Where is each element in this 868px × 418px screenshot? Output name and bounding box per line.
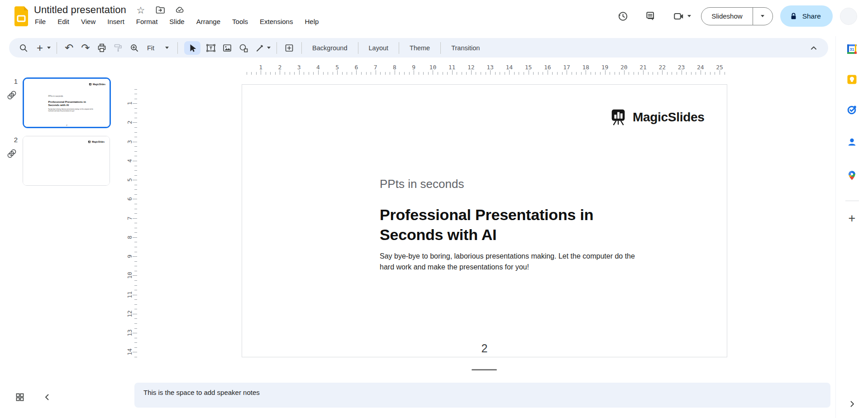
- hide-menus-icon[interactable]: [808, 41, 820, 55]
- comments-icon[interactable]: [645, 10, 657, 22]
- get-add-ons-icon[interactable]: +: [847, 213, 858, 224]
- thumb2-brand: MagicSlides: [88, 140, 105, 144]
- ruler-number: 7: [374, 64, 377, 71]
- slide-2-number: 2: [11, 136, 21, 144]
- google-tasks-icon[interactable]: [847, 104, 858, 115]
- menu-slide[interactable]: Slide: [163, 16, 190, 27]
- grid-view-icon[interactable]: [14, 391, 26, 404]
- toolbar-divider: [177, 42, 178, 54]
- undo-icon[interactable]: ↶: [63, 41, 75, 55]
- print-icon[interactable]: [96, 41, 108, 55]
- google-slides-logo-icon[interactable]: [14, 6, 29, 27]
- ruler-number: 9: [412, 64, 415, 71]
- slide-kicker-text[interactable]: PPts in seconds: [380, 177, 464, 191]
- search-menus-icon[interactable]: [18, 41, 29, 55]
- slide-1-number: 1: [11, 77, 21, 85]
- ruler-number: 1: [126, 101, 133, 105]
- meet-camera-icon[interactable]: [673, 10, 685, 22]
- ruler-number: 19: [601, 64, 609, 71]
- menu-format[interactable]: Format: [130, 16, 164, 27]
- toolbar-divider: [440, 42, 441, 54]
- ruler-number: 15: [525, 64, 532, 71]
- move-folder-icon[interactable]: [155, 5, 165, 15]
- title-row: Untitled presentation ☆: [34, 4, 185, 16]
- insert-placeholder-icon[interactable]: [283, 41, 295, 55]
- ruler-number: 6: [355, 64, 358, 71]
- ruler-number: 7: [126, 216, 133, 220]
- ruler-number: 25: [716, 64, 723, 71]
- slide-thumbnail-1[interactable]: MagicSlides PPts in seconds Professional…: [23, 77, 111, 128]
- select-tool-icon[interactable]: [184, 41, 200, 55]
- insert-line-icon[interactable]: [254, 41, 266, 55]
- menu-tools[interactable]: Tools: [226, 16, 254, 27]
- cloud-saved-icon[interactable]: [175, 5, 185, 15]
- google-keep-icon[interactable]: [847, 74, 858, 85]
- document-title[interactable]: Untitled presentation: [34, 4, 126, 16]
- version-history-icon[interactable]: [617, 10, 629, 22]
- menu-file[interactable]: File: [29, 16, 52, 27]
- slideshow-button[interactable]: Slideshow: [701, 8, 752, 25]
- account-avatar[interactable]: [840, 8, 857, 25]
- ruler-number: 24: [697, 64, 704, 71]
- menu-insert[interactable]: Insert: [101, 16, 130, 27]
- star-icon[interactable]: ☆: [136, 5, 146, 15]
- insert-shape-icon[interactable]: [238, 41, 249, 55]
- camera-dropdown-caret[interactable]: [687, 15, 691, 17]
- menu-help[interactable]: Help: [299, 16, 324, 27]
- slideshow-options-caret[interactable]: [753, 8, 773, 25]
- speaker-notes-input[interactable]: This is the space to add speaker notes: [134, 383, 830, 408]
- notes-resize-handle[interactable]: [472, 369, 497, 370]
- transition-button[interactable]: Transition: [445, 42, 486, 54]
- toolbar-divider: [57, 42, 57, 54]
- menu-arrange[interactable]: Arrange: [191, 16, 226, 27]
- menu-view[interactable]: View: [75, 16, 101, 27]
- insert-image-icon[interactable]: [221, 41, 233, 55]
- menu-extensions[interactable]: Extensions: [254, 16, 299, 27]
- slide-2-transition-icon[interactable]: [7, 149, 17, 159]
- slide-canvas[interactable]: MagicSlides PPts in seconds Professional…: [242, 84, 727, 357]
- zoom-in-icon[interactable]: [129, 41, 140, 55]
- zoom-select[interactable]: Fit: [143, 44, 173, 52]
- show-side-panel-icon[interactable]: [847, 399, 858, 409]
- google-maps-icon[interactable]: [847, 170, 858, 181]
- layout-button[interactable]: Layout: [362, 42, 395, 54]
- ruler-number: 8: [126, 235, 133, 239]
- ruler-number: 10: [429, 64, 437, 71]
- new-slide-button[interactable]: +: [34, 41, 46, 55]
- share-button[interactable]: Share: [780, 5, 833, 27]
- slide-page-number[interactable]: 2: [242, 342, 727, 355]
- ruler-number: 14: [506, 64, 513, 71]
- slide-brand-logo[interactable]: MagicSlides: [609, 108, 705, 126]
- slide-1-transition-icon[interactable]: [7, 90, 17, 100]
- share-label: Share: [802, 12, 821, 20]
- thumb1-brand: MagicSlides: [89, 83, 105, 86]
- text-box-icon[interactable]: [205, 41, 217, 55]
- redo-icon[interactable]: ↷: [80, 41, 91, 55]
- paint-format-icon[interactable]: [112, 41, 124, 55]
- google-calendar-icon[interactable]: 31: [847, 43, 858, 54]
- ruler-number: 22: [658, 64, 666, 71]
- ruler-number: 4: [316, 64, 320, 71]
- ruler-number: 11: [126, 291, 133, 298]
- ruler-number: 6: [126, 197, 133, 201]
- ruler-number: 16: [544, 64, 551, 71]
- svg-text:31: 31: [849, 47, 854, 51]
- slide-body-text[interactable]: Say bye-bye to boring, laborious present…: [380, 251, 648, 273]
- google-slides-app: Untitled presentation ☆ File Edit View I…: [0, 0, 868, 418]
- ruler-number: 13: [486, 64, 494, 71]
- slide-thumbnail-2[interactable]: MagicSlides: [23, 136, 110, 186]
- brand-name: MagicSlides: [633, 110, 705, 125]
- theme-button[interactable]: Theme: [403, 42, 436, 54]
- background-button[interactable]: Background: [306, 42, 353, 54]
- ruler-number: 21: [639, 64, 647, 71]
- toolbar: + ↶ ↷ Fit: [9, 38, 828, 58]
- slideshow-split-button: Slideshow: [701, 7, 773, 25]
- zoom-caret: [165, 47, 169, 49]
- line-options-caret[interactable]: [267, 47, 271, 49]
- menu-edit[interactable]: Edit: [52, 16, 75, 27]
- collapse-filmstrip-icon[interactable]: [41, 391, 53, 404]
- ruler-number: 9: [126, 255, 133, 258]
- new-slide-caret[interactable]: [47, 47, 51, 49]
- slide-title-text[interactable]: Professional Presentations in Seconds wi…: [380, 205, 611, 245]
- google-contacts-icon[interactable]: [847, 136, 858, 147]
